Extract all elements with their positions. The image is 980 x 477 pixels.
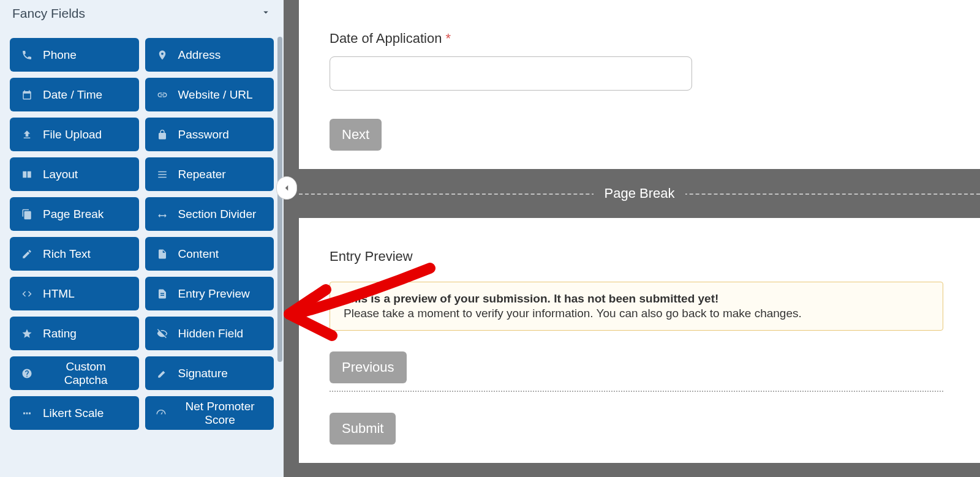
field-button-label: Repeater <box>178 168 226 181</box>
field-button-hidden-field[interactable]: Hidden Field <box>145 317 274 350</box>
vertical-divider <box>284 0 299 477</box>
upload-icon <box>20 129 34 140</box>
sidebar: Fancy Fields PhoneAddressDate / TimeWebs… <box>0 0 284 477</box>
pages-icon <box>20 209 34 220</box>
required-asterisk: * <box>446 31 451 46</box>
field-button-rating[interactable]: Rating <box>10 317 139 350</box>
previous-button[interactable]: Previous <box>330 351 407 383</box>
field-button-section-divider[interactable]: Section Divider <box>145 197 274 231</box>
phone-icon <box>20 50 34 61</box>
section-header-fancy-fields[interactable]: Fancy Fields <box>10 0 274 27</box>
doc-icon <box>155 249 170 260</box>
star-icon <box>20 328 34 339</box>
notice-line-2: Please take a moment to verify your info… <box>344 307 929 320</box>
columns-icon <box>20 169 34 180</box>
calendar-icon <box>20 89 34 100</box>
field-button-password[interactable]: Password <box>145 118 274 151</box>
field-button-likert-scale[interactable]: Likert Scale <box>10 396 139 430</box>
entry-preview-title: Entry Preview <box>330 249 980 265</box>
field-button-label: Hidden Field <box>178 327 244 340</box>
entry-preview-notice: This is a preview of your submission. It… <box>330 282 943 331</box>
field-button-address[interactable]: Address <box>145 38 274 72</box>
preview-icon <box>155 288 170 299</box>
field-buttons-grid: PhoneAddressDate / TimeWebsite / URLFile… <box>10 38 274 430</box>
eyeoff-icon <box>155 328 170 339</box>
list-icon <box>155 169 170 180</box>
field-button-label: Content <box>178 247 219 261</box>
submit-button[interactable]: Submit <box>330 413 396 445</box>
help-icon <box>20 368 34 379</box>
field-button-label: HTML <box>43 287 75 301</box>
field-button-label: Layout <box>43 168 78 181</box>
dots-icon <box>20 408 34 419</box>
sidebar-scrollbar[interactable] <box>276 37 284 362</box>
next-button[interactable]: Next <box>330 119 382 151</box>
field-button-label: Password <box>178 128 229 141</box>
field-button-page-break[interactable]: Page Break <box>10 197 139 231</box>
field-button-rich-text[interactable]: Rich Text <box>10 237 139 271</box>
horizontal-divider <box>330 391 943 392</box>
field-button-label: Address <box>178 48 221 62</box>
chevron-left-icon <box>281 182 292 193</box>
page-break-divider[interactable]: Page Break <box>299 169 980 218</box>
field-button-label: Website / URL <box>178 88 253 102</box>
field-button-label: Page Break <box>43 208 104 221</box>
field-button-label: Net Promoter Score <box>176 400 264 427</box>
field-button-label: Rating <box>43 327 77 340</box>
lock-icon <box>155 129 170 140</box>
field-button-label: Phone <box>43 48 77 62</box>
field-label: Date of Application * <box>330 31 980 47</box>
field-button-custom-captcha[interactable]: Custom Captcha <box>10 356 139 390</box>
field-button-phone[interactable]: Phone <box>10 38 139 72</box>
field-button-repeater[interactable]: Repeater <box>145 157 274 191</box>
field-button-label: Section Divider <box>178 208 257 221</box>
harrows-icon <box>155 209 170 220</box>
pencil-icon <box>155 368 170 379</box>
field-button-label: Custom Captcha <box>43 360 129 387</box>
form-page-1: Date of Application * Next <box>299 0 980 169</box>
field-button-file-upload[interactable]: File Upload <box>10 118 139 151</box>
field-button-date-time[interactable]: Date / Time <box>10 78 139 111</box>
field-button-label: Entry Preview <box>178 287 250 301</box>
code-icon <box>20 288 34 299</box>
field-button-html[interactable]: HTML <box>10 277 139 310</box>
field-button-label: Likert Scale <box>43 407 104 420</box>
form-page-2: Entry Preview This is a preview of your … <box>299 218 980 463</box>
field-button-label: Date / Time <box>43 88 102 102</box>
field-button-content[interactable]: Content <box>145 237 274 271</box>
section-title: Fancy Fields <box>12 6 85 21</box>
edit-icon <box>20 249 34 260</box>
field-button-entry-preview[interactable]: Entry Preview <box>145 277 274 310</box>
field-button-signature[interactable]: Signature <box>145 356 274 390</box>
gauge-icon <box>155 408 168 419</box>
field-button-net-promoter-score[interactable]: Net Promoter Score <box>145 396 274 430</box>
date-input[interactable] <box>330 56 692 91</box>
link-icon <box>155 89 170 100</box>
field-date-of-application: Date of Application * <box>330 31 980 91</box>
collapse-sidebar-button[interactable] <box>276 176 297 200</box>
field-button-website-url[interactable]: Website / URL <box>145 78 274 111</box>
field-button-label: File Upload <box>43 128 102 141</box>
pin-icon <box>155 50 170 61</box>
field-button-label: Signature <box>178 367 228 380</box>
field-button-layout[interactable]: Layout <box>10 157 139 191</box>
scrollbar-thumb[interactable] <box>277 37 282 362</box>
page-break-label: Page Break <box>594 186 686 201</box>
field-button-label: Rich Text <box>43 247 91 261</box>
form-canvas: Date of Application * Next Page Break En… <box>299 0 980 477</box>
notice-line-1: This is a preview of your submission. It… <box>344 292 929 306</box>
chevron-down-icon <box>260 7 271 20</box>
